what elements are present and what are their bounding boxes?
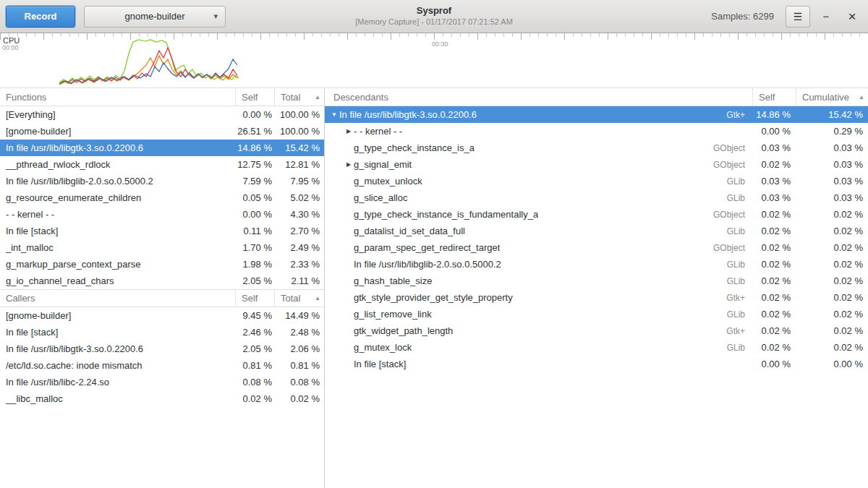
descendant-name: In file [stack]	[354, 359, 406, 369]
descendant-row[interactable]: g_mutex_lockGLib0.02 %0.02 %	[325, 339, 868, 356]
sort-ascending-icon: ▲	[315, 94, 324, 100]
caller-row-self: 0.08 %	[235, 377, 274, 388]
descendant-row[interactable]: g_mutex_unlockGLib0.03 %0.03 %	[325, 173, 868, 189]
function-row-self: 7.59 %	[235, 176, 274, 187]
descendant-row[interactable]: g_datalist_id_set_data_fullGLib0.02 %0.0…	[325, 223, 868, 239]
function-row-total: 12.81 %	[274, 159, 324, 170]
descendant-row[interactable]: ▼In file /usr/lib/libgtk-3.so.0.2200.6Gt…	[325, 106, 868, 123]
function-row-name: g_io_channel_read_chars	[0, 275, 235, 286]
self-column-header[interactable]: Self	[752, 88, 796, 106]
descendant-cumulative: 0.03 %	[796, 142, 868, 153]
function-row[interactable]: In file /usr/lib/libgtk-3.so.0.2200.614.…	[0, 140, 324, 156]
caller-row[interactable]: __libc_malloc0.02 %0.02 %	[0, 390, 324, 407]
library-tag: GLib	[727, 309, 752, 320]
descendant-cumulative: 0.00 %	[796, 359, 868, 369]
caller-row-self: 0.81 %	[235, 360, 274, 371]
self-column-header[interactable]: Self	[235, 88, 274, 106]
function-row[interactable]: g_io_channel_read_chars2.05 %2.11 %	[0, 273, 324, 289]
function-row[interactable]: In file [stack]0.11 %2.70 %	[0, 223, 324, 239]
tree-indent	[329, 214, 344, 215]
time-label-start: 00:00	[2, 44, 19, 51]
sort-ascending-icon: ▲	[315, 295, 324, 301]
descendant-row[interactable]: ▶- - kernel - -0.00 %0.29 %	[325, 123, 868, 140]
menu-button[interactable]: ☰	[786, 6, 810, 27]
record-button[interactable]: Record	[6, 6, 75, 27]
caller-row[interactable]: [gnome-builder]9.45 %14.49 %	[0, 307, 324, 324]
function-row[interactable]: [Everything]0.00 %100.00 %	[0, 106, 324, 123]
descendant-self: 0.03 %	[752, 192, 796, 203]
callers-list: [gnome-builder]9.45 %14.49 %In file [sta…	[0, 307, 324, 407]
caller-row[interactable]: /etc/ld.so.cache: inode mismatch0.81 %0.…	[0, 357, 324, 374]
tree-indent	[329, 164, 344, 165]
descendant-row[interactable]: In file [stack]0.00 %0.00 %	[325, 356, 868, 372]
functions-column-header[interactable]: Functions	[0, 88, 235, 106]
tree-indent	[329, 181, 344, 181]
function-row-name: g_markup_parse_context_parse	[0, 259, 235, 270]
tree-indent	[329, 364, 344, 364]
function-row-total: 2.49 %	[274, 242, 324, 253]
callers-column-header[interactable]: Callers	[0, 290, 235, 307]
expand-arrow-icon[interactable]: ▶	[344, 128, 354, 134]
caller-row[interactable]: In file [stack]2.46 %2.48 %	[0, 324, 324, 341]
library-tag: GObject	[713, 160, 752, 170]
self-column-header[interactable]: Self	[235, 290, 274, 307]
function-row-total: 7.95 %	[274, 176, 324, 187]
function-row-total: 2.70 %	[274, 226, 324, 236]
descendant-name: g_type_check_instance_is_a	[354, 142, 475, 153]
descendant-row[interactable]: In file /usr/lib/libglib-2.0.so.0.5000.2…	[325, 256, 868, 273]
descendant-row[interactable]: gtk_style_provider_get_style_propertyGtk…	[325, 289, 868, 306]
descendant-row[interactable]: g_hash_table_sizeGLib0.02 %0.02 %	[325, 273, 868, 289]
descendants-column-header[interactable]: Descendants	[325, 88, 752, 106]
descendant-name: gtk_style_provider_get_style_property	[354, 292, 513, 303]
descendant-self: 0.02 %	[752, 342, 796, 353]
cumulative-column-header[interactable]: Cumulative ▲	[796, 88, 868, 106]
descendant-cumulative: 0.03 %	[796, 176, 868, 187]
descendant-name: g_list_remove_link	[354, 309, 432, 320]
total-column-header[interactable]: Total ▲	[274, 88, 324, 106]
descendant-self: 0.03 %	[752, 142, 796, 153]
function-row-total: 100.00 %	[274, 109, 324, 120]
process-selector-dropdown[interactable]: gnome-builder ▾	[84, 6, 226, 27]
descendant-row[interactable]: gtk_widget_path_lengthGtk+0.02 %0.02 %	[325, 322, 868, 339]
caller-row[interactable]: In file /usr/lib/libc-2.24.so0.08 %0.08 …	[0, 374, 324, 390]
function-row-total: 2.11 %	[274, 275, 324, 286]
function-row[interactable]: In file /usr/lib/libglib-2.0.so.0.5000.2…	[0, 173, 324, 189]
function-row[interactable]: __pthread_rwlock_rdlock12.75 %12.81 %	[0, 156, 324, 173]
descendant-row[interactable]: g_slice_allocGLib0.03 %0.03 %	[325, 189, 868, 206]
function-row[interactable]: g_resource_enumerate_children0.05 %5.02 …	[0, 189, 324, 206]
tree-indent	[329, 131, 344, 132]
descendant-row[interactable]: g_list_remove_linkGLib0.02 %0.02 %	[325, 306, 868, 322]
collapse-arrow-icon[interactable]: ▼	[329, 111, 339, 118]
descendant-self: 0.02 %	[752, 226, 796, 236]
tree-indent	[329, 147, 344, 148]
function-row[interactable]: [gnome-builder]26.51 %100.00 %	[0, 123, 324, 140]
descendant-self: 0.02 %	[752, 325, 796, 336]
descendant-name: g_mutex_unlock	[354, 176, 422, 187]
cpu-timeline-graph[interactable]: CPU 00:00 00:30	[0, 33, 868, 88]
close-button[interactable]: ×	[842, 6, 862, 27]
descendant-self: 0.02 %	[752, 209, 796, 220]
tree-indent	[329, 197, 344, 198]
minimize-button[interactable]: −	[816, 6, 836, 27]
caller-row-self: 0.02 %	[235, 393, 274, 404]
window-minimize-icon: −	[823, 10, 830, 22]
function-row[interactable]: - - kernel - -0.00 %4.30 %	[0, 206, 324, 223]
descendant-row[interactable]: g_type_check_instance_is_fundamentally_a…	[325, 206, 868, 223]
descendant-self: 0.02 %	[752, 242, 796, 253]
descendant-row[interactable]: g_param_spec_get_redirect_targetGObject0…	[325, 239, 868, 256]
descendant-cumulative: 0.02 %	[796, 342, 868, 353]
tree-indent	[329, 297, 344, 298]
descendant-cumulative: 0.03 %	[796, 192, 868, 203]
descendant-name: g_signal_emit	[354, 159, 412, 170]
descendant-row[interactable]: ▶g_signal_emitGObject0.02 %0.03 %	[325, 156, 868, 173]
descendant-cumulative: 0.03 %	[796, 159, 868, 170]
caller-row-total: 2.48 %	[274, 327, 324, 338]
function-row[interactable]: _int_malloc1.70 %2.49 %	[0, 239, 324, 256]
caller-row-total: 0.08 %	[274, 377, 324, 388]
descendant-row[interactable]: g_type_check_instance_is_aGObject0.03 %0…	[325, 140, 868, 156]
expand-arrow-icon[interactable]: ▶	[344, 161, 354, 168]
function-row[interactable]: g_markup_parse_context_parse1.98 %2.33 %	[0, 256, 324, 273]
function-row-self: 1.70 %	[235, 242, 274, 253]
total-column-header[interactable]: Total ▲	[274, 290, 324, 307]
caller-row[interactable]: In file /usr/lib/libgtk-3.so.0.2200.62.0…	[0, 341, 324, 357]
